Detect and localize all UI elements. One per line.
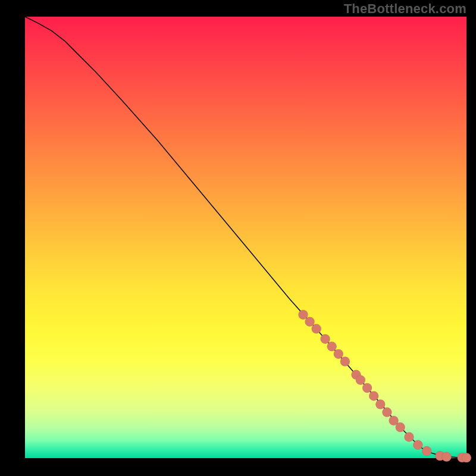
data-dot bbox=[305, 317, 315, 327]
data-dot bbox=[405, 432, 414, 441]
data-dot bbox=[413, 440, 422, 450]
data-dot bbox=[362, 383, 372, 393]
data-dot bbox=[422, 446, 431, 456]
data-dot bbox=[327, 342, 337, 351]
data-dot bbox=[396, 422, 405, 432]
data-dot bbox=[321, 334, 330, 344]
data-dot bbox=[369, 391, 378, 400]
plot-overlay bbox=[25, 17, 466, 458]
watermark-text: TheBottleneck.com bbox=[344, 1, 466, 17]
data-dot bbox=[442, 452, 452, 462]
data-dot bbox=[356, 375, 365, 385]
data-dot bbox=[299, 310, 308, 320]
data-dot bbox=[382, 408, 392, 417]
data-dot bbox=[340, 357, 350, 367]
data-dot bbox=[462, 453, 471, 462]
data-dot bbox=[312, 324, 321, 334]
data-dot bbox=[334, 349, 343, 359]
data-dot bbox=[375, 400, 385, 409]
data-dots bbox=[299, 310, 472, 462]
bottleneck-curve bbox=[25, 17, 466, 458]
plot-area bbox=[25, 17, 466, 458]
chart-frame: TheBottleneck.com bbox=[0, 0, 476, 476]
